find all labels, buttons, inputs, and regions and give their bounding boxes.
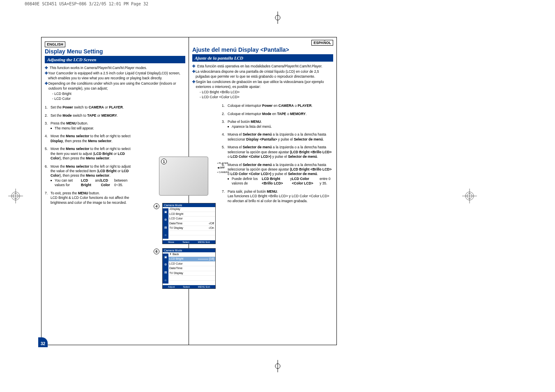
lang-badge-en: ENGLISH — [45, 42, 65, 47]
menu6-foot-select: Select — [183, 286, 190, 288]
menu-row: LCD Bright — [163, 212, 215, 217]
menu4-foot-select: Select — [182, 241, 189, 243]
dial-camera: CAMERA — [219, 171, 229, 173]
registration-mark-left — [8, 189, 23, 203]
intro-es-sub-0: - LCD Bright <Brillo LCD> — [200, 90, 333, 95]
step: 4.Mueva el Selector de menú a la izquier… — [222, 132, 333, 142]
intro-es-0: Esta función está operativa en las modal… — [197, 64, 322, 69]
manual-page: ENGLISH Display Menu Setting Adjusting t… — [41, 37, 337, 345]
menu4-rows: √DisplayLCD BrightLCD ColorDate/Time√Off… — [163, 207, 215, 240]
step: 1.Set the Power switch to CAMERA or PLAY… — [45, 105, 132, 110]
dial-off: OFF — [220, 166, 225, 169]
registration-mark-right — [462, 189, 477, 203]
figures: 1 • PLAYER ◀ OFF • CAMERA 4 ▣⚙▤☼ Camera … — [152, 157, 230, 293]
menu-row: LCD Color — [163, 217, 215, 221]
menu-row: Date/Time — [163, 266, 215, 271]
menu6-foot-adjust: Adjust — [168, 286, 175, 288]
step: 6.Mueva el Selector de menú a la izquier… — [222, 163, 333, 186]
intro-en-1: Your Camcorder is equipped with a 2.5 in… — [48, 71, 185, 81]
menu4-footer: Move Select MENU Exit — [163, 240, 215, 244]
intro-es-sub-1: - LCD Color <Color LCD> — [200, 95, 333, 99]
menu6-title: Camera Mode — [163, 249, 215, 252]
step: 5.Mueva el Selector de menú a la izquier… — [222, 145, 333, 159]
dial-player: PLAYER — [219, 162, 228, 164]
menu-row: LCD Bright▭▭▭▭▭ [18] — [163, 257, 215, 262]
step: 7.Para salir, pulse el botón MENU.Las fu… — [222, 189, 333, 203]
intro-en-2: Depending on the conditions under which … — [48, 81, 185, 91]
menu4-title: Camera Mode — [163, 203, 215, 207]
subtitle-es: Ajuste de la pantalla LCD — [192, 54, 333, 62]
menu-row: TV Display — [163, 271, 215, 276]
menu6-foot-exit: Exit — [206, 286, 210, 288]
menu-row: √Display — [163, 207, 215, 212]
menu-row: LCD Color — [163, 262, 215, 267]
intro-en-sub-0: - LCD Bright — [52, 92, 185, 96]
title-en: Display Menu Setting — [45, 48, 185, 55]
intro-es-1: La videocámara dispone de una pantalla d… — [196, 69, 333, 79]
figure-menu-6: 6 ▣⚙▤☼ Camera Mode ↟ BackLCD Bright▭▭▭▭▭… — [162, 248, 216, 289]
subtitle-en: Adjusting the LCD Screen — [45, 56, 185, 63]
menu6-rows: ↟ BackLCD Bright▭▭▭▭▭ [18]LCD ColorDate/… — [163, 252, 215, 286]
intro-es: ✤Esta función está operativa en las moda… — [192, 64, 333, 99]
step: 5.Move the Menu selector to the left or … — [45, 147, 132, 161]
page-number: 32 — [38, 337, 48, 347]
intro-es-2: Según las condiciones de grabación en la… — [196, 80, 334, 89]
title-es: Ajuste del menú Display <Pantalla> — [192, 46, 333, 53]
menu6-footer: Adjust Select MENU Exit — [163, 285, 215, 288]
menu-row: ↟ Back — [163, 252, 215, 257]
menu-row: TV Display√On — [163, 226, 215, 231]
callout-1: 1 — [161, 159, 167, 164]
menu4-foot-exit: Exit — [206, 241, 210, 243]
step: 6.Move the Menu selector to the left or … — [45, 164, 132, 188]
step: 1.Coloque el interruptor Power en CAMERA… — [222, 104, 333, 108]
step: 7.To exit, press the MENU button.LCD Bri… — [45, 191, 132, 205]
step: 4.Move the Menu selector to the left or … — [45, 134, 132, 143]
callout-4: 4 — [154, 203, 159, 209]
step: 3.Pulse el botón MENU.Aparece la lista d… — [222, 120, 333, 129]
menu4-foot-move: Move — [168, 241, 174, 243]
step: 2.Set the Mode switch to TAPE or MEMORY. — [45, 113, 132, 118]
menu-row: Date/Time√Off — [163, 221, 215, 226]
dial-labels: • PLAYER ◀ OFF • CAMERA — [217, 161, 229, 174]
intro-en-sub-1: - LCD Color — [52, 97, 185, 101]
lang-badge-es: ESPAÑOL — [311, 40, 333, 46]
crop-mark-top — [272, 12, 284, 24]
intro-en-0: This function works in Camera/Player/M.C… — [50, 66, 147, 70]
step: 2.Coloque el interruptor Mode en TAPE o … — [222, 112, 333, 116]
step: 3.Press the MENU button.The menu list wi… — [45, 121, 132, 131]
figure-menu-4: 4 ▣⚙▤☼ Camera Mode √DisplayLCD BrightLCD… — [162, 203, 216, 244]
figure-power-switch: 1 • PLAYER ◀ OFF • CAMERA — [159, 157, 208, 196]
crop-mark-bottom — [272, 360, 284, 372]
callout-6: 6 — [154, 249, 159, 254]
print-header: 00840E SCD451 USA+ESP~086 3/22/05 12:01 … — [25, 2, 148, 6]
intro-en: ✤This function works in Camera/Player/M.… — [45, 66, 185, 101]
